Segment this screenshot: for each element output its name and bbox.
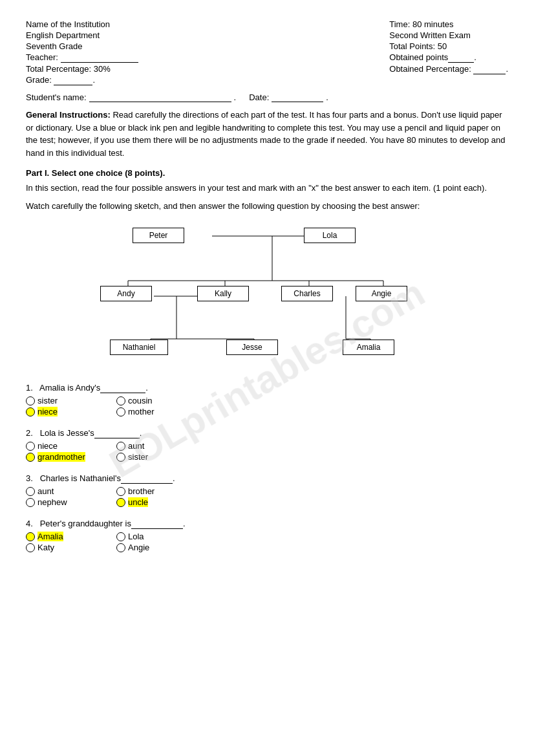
q2-circle-grandmother [26,453,35,462]
q4-circle-amalia [26,532,35,541]
q4-circle-katy [26,543,35,552]
tree-node-peter: Peter [133,228,184,243]
exam-label: Second Written Exam [389,30,508,40]
q1-label-cousin: cousin [128,396,153,405]
q3-label-nephew: nephew [37,497,67,507]
time-label: Time: 80 minutes [389,19,508,29]
obtained-points-label: Obtained points . [389,52,508,63]
q2-row1: niece aunt [26,441,508,451]
q4-text: 4. Peter's granddaughter is . [26,519,508,529]
instructions-section: General Instructions: Read carefully the… [26,109,508,159]
institution-label: Name of the Institution [26,19,138,29]
total-pct-label: Total Percentage: 30% [26,64,138,74]
q1-label-sister: sister [37,396,58,405]
q2-label-aunt: aunt [128,441,144,451]
question-2: 2. Lola is Jesse's . niece aunt grandmot… [26,428,508,462]
tree-node-lola: Lola [304,228,356,243]
header-left: Name of the Institution English Departme… [26,19,138,85]
teacher-label: Teacher: [26,52,138,63]
q4-row1: Amalia Lola [26,532,508,541]
q3-opt-nephew: nephew [26,497,103,507]
q4-label-lola: Lola [128,532,144,541]
q2-circle-niece [26,442,35,451]
q2-opt-aunt: aunt [116,441,194,451]
points-label: Total Points: 50 [389,41,508,51]
questions-section: 1. Amalia is Andy's . sister cousin niec… [26,383,508,552]
department-label: English Department [26,30,138,40]
tree-node-andy: Andy [100,286,152,301]
q2-circle-sister [116,453,125,462]
q4-row2: Katy Angie [26,543,508,552]
q3-circle-uncle [116,498,125,507]
instructions-title: General Instructions: [26,110,111,120]
family-tree: Peter Lola Andy Kally Charles Angie Nath… [26,221,508,370]
part1-title: Part I. Select one choice (8 points). [26,168,508,178]
q3-opt-aunt: aunt [26,486,103,496]
q1-label-niece: niece [37,407,58,416]
grade-field-label: Grade: . [26,75,138,85]
q2-row2: grandmother sister [26,452,508,462]
q1-circle-niece [26,407,35,416]
q2-circle-aunt [116,442,125,451]
student-name-label: Student's name: [26,92,87,102]
tree-node-amalia: Amalia [343,340,394,355]
q1-opt-sister: sister [26,396,103,405]
tree-node-angie: Angie [356,286,407,301]
obtained-pct-label: Obtained Percentage: . [389,64,508,74]
tree-node-jesse: Jesse [226,340,278,355]
q2-opt-niece: niece [26,441,103,451]
question-1: 1. Amalia is Andy's . sister cousin niec… [26,383,508,416]
q2-opt-sister: sister [116,452,194,462]
q1-opt-mother: mother [116,407,194,416]
q3-label-aunt: aunt [37,486,54,496]
q4-label-katy: Katy [37,543,54,552]
q1-circle-sister [26,396,35,405]
question-4: 4. Peter's granddaughter is . Amalia Lol… [26,519,508,552]
q2-label-grandmother: grandmother [37,452,85,462]
q3-circle-aunt [26,487,35,496]
q3-label-brother: brother [128,486,155,496]
q1-text: 1. Amalia is Andy's . [26,383,508,393]
q2-text: 2. Lola is Jesse's . [26,428,508,438]
q4-opt-lola: Lola [116,532,194,541]
q1-row1: sister cousin [26,396,508,405]
q2-label-sister: sister [128,452,148,462]
q3-opt-brother: brother [116,486,194,496]
q3-opt-uncle: uncle [116,497,194,507]
watch-desc: Watch carefully the following sketch, an… [26,200,508,213]
q4-circle-angie [116,543,125,552]
q4-opt-katy: Katy [26,543,103,552]
q3-label-uncle: uncle [128,497,148,507]
q1-circle-mother [116,407,125,416]
part1-desc: In this section, read the four possible … [26,182,508,195]
date-label: Date: [249,92,269,102]
q3-text: 3. Charles is Nathaniel's . [26,473,508,484]
header-section: Name of the Institution English Departme… [26,19,508,85]
q3-row1: aunt brother [26,486,508,496]
q3-circle-nephew [26,498,35,507]
q1-opt-cousin: cousin [116,396,194,405]
q4-opt-angie: Angie [116,543,194,552]
q4-label-amalia: Amalia [37,532,63,541]
q4-circle-lola [116,532,125,541]
q2-opt-grandmother: grandmother [26,452,103,462]
q1-label-mother: mother [128,407,154,416]
tree-node-charles: Charles [281,286,333,301]
q1-opt-niece: niece [26,407,103,416]
q2-label-niece: niece [37,441,58,451]
q4-label-angie: Angie [128,543,149,552]
tree-node-kally: Kally [197,286,249,301]
student-line: Student's name: . Date: . [26,92,508,102]
grade-label: Seventh Grade [26,41,138,51]
q3-circle-brother [116,487,125,496]
q1-circle-cousin [116,396,125,405]
header-right: Time: 80 minutes Second Written Exam Tot… [389,19,508,85]
q4-opt-amalia: Amalia [26,532,103,541]
q3-row2: nephew uncle [26,497,508,507]
question-3: 3. Charles is Nathaniel's . aunt brother… [26,473,508,507]
q1-row2: niece mother [26,407,508,416]
tree-node-nathaniel: Nathaniel [110,340,168,355]
